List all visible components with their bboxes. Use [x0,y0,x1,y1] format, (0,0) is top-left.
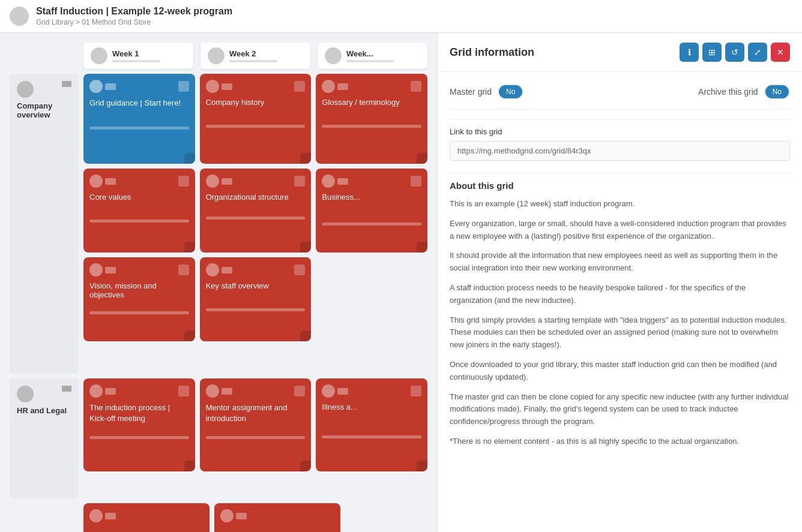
week1-label: Week 1 [112,49,160,58]
card-checkbox-illness [411,386,421,396]
card-flag-ip [105,388,116,395]
hr-avatar [17,386,34,402]
card-org-structure[interactable]: Organizational structure [200,169,312,253]
card-flag-7 [337,83,348,90]
card-checkbox-ip [178,386,189,396]
card-illness[interactable]: Illness a... [316,378,427,471]
card-induction-process[interactable]: The induction process | Kick-off meeting [83,378,195,471]
card-avatar-2 [89,175,103,188]
week3-header: Week... [318,43,427,69]
panel-header: Grid information ℹ ⊞ ↺ ⤢ ✕ [438,33,802,72]
company-overview-section: Company overview Grid guidance | Start h… [10,74,427,374]
about-para-1: Every organization, large or small, shou… [450,218,790,243]
card-bar-6 [206,308,306,311]
week1-avatar [91,47,107,64]
panel-body: Master grid No Archive this grid No Link [438,72,802,532]
about-para-7: *There is no element content - as this i… [450,435,790,448]
about-para-4: This grid simply provides a starting tem… [450,314,790,351]
card-grid-guidance[interactable]: Grid guidance | Start here! [83,74,195,164]
co-week1-cards: Grid guidance | Start here! Core values [83,74,195,374]
main-container: Week 1 Week 2 [0,33,802,532]
card-core-values[interactable]: Core values [83,169,195,253]
close-button[interactable]: ✕ [771,43,790,62]
page-title: Staff Induction | Example 12-week progra… [36,6,232,17]
hr-flag [62,386,71,392]
card-avatar-5 [206,175,219,188]
avatar [10,7,29,26]
hr-week2-cards: Mentor assignment and introduction [200,378,312,498]
week3-avatar [325,47,342,64]
card-checkbox-5 [294,176,305,187]
card-flag-mentor [222,388,232,395]
week2-header: Week 2 [200,43,310,69]
about-para-0: This is an example (12 week) staff induc… [450,198,790,211]
card-company-history[interactable]: Company history [200,74,312,164]
card-title-mentor: Mentor assignment and introduction [206,402,306,424]
card-checkbox-4 [294,81,305,92]
master-grid-toggle-on[interactable]: No [499,85,522,98]
company-overview-flag [62,81,71,87]
card-bar-1 [89,127,189,130]
week-headers-row: Week 1 Week 2 [10,43,427,69]
card-bar-illness [322,435,421,438]
card-avatar-7 [322,80,335,93]
expand-button[interactable]: ⤢ [748,43,767,62]
card-title-vision: Vision, mission and objectives [89,281,189,299]
card-avatar-ip [89,384,103,398]
card-key-staff[interactable]: Key staff overview [200,257,312,341]
card-title-core-values: Core values [89,193,189,202]
grid-area: Week 1 Week 2 [0,33,437,532]
card-avatar-4 [206,80,219,93]
card-vision[interactable]: Vision, mission and objectives [83,257,195,341]
master-grid-toggle[interactable]: No [498,84,523,100]
bottom-row [10,503,427,532]
card-avatar-mentor [206,384,219,398]
card-bottom-1[interactable] [83,503,210,532]
card-avatar-illness [322,384,335,398]
card-glossary[interactable]: Glossary / terminology [316,74,427,164]
refresh-button[interactable]: ↺ [725,43,744,62]
week1-header: Week 1 [83,43,193,69]
card-checkbox-7 [411,81,421,92]
about-para-3: A staff induction process needs to be he… [450,282,790,307]
card-checkbox-2 [178,176,189,187]
card-checkbox-8 [411,176,421,187]
archive-grid-group: Archive this grid No [698,84,790,100]
panel-title: Grid information [450,46,534,59]
card-bottom-2[interactable] [214,503,340,532]
archive-grid-toggle[interactable]: No [764,84,790,100]
hr-label-text: HR and Legal [17,406,71,415]
card-flag-8 [337,178,348,185]
grid-button[interactable]: ⊞ [702,43,722,62]
card-avatar-1 [89,80,103,93]
about-section: About this grid This is an example (12 w… [450,181,790,448]
card-title-org-structure: Organizational structure [206,193,306,202]
week2-bar [229,60,277,62]
archive-grid-label: Archive this grid [698,87,758,97]
co-week3-cards: Glossary / terminology Business... [316,74,427,374]
card-title-grid-guidance: Grid guidance | Start here! [89,98,189,109]
master-grid-group: Master grid No [450,84,523,100]
master-grid-label: Master grid [450,87,492,97]
info-button[interactable]: ℹ [680,43,699,62]
card-flag-3 [105,267,116,273]
card-corner-illness [417,461,427,471]
card-checkbox-6 [294,265,305,275]
hr-week3-cards: Illness a... [316,378,427,498]
card-business[interactable]: Business... [316,169,427,253]
hr-legal-label: HR and Legal [10,378,79,498]
archive-grid-toggle-on[interactable]: No [765,85,789,98]
about-para-2: It should provide all the information th… [450,250,790,275]
card-mentor[interactable]: Mentor assignment and introduction [200,378,312,471]
about-title: About this grid [450,181,790,191]
link-input[interactable] [450,141,790,161]
card-corner-2 [184,242,195,253]
card-corner-4 [300,153,311,164]
card-bar-ip [89,436,189,439]
card-flag-5 [222,178,232,185]
week3-bar [346,60,394,62]
card-checkbox-mentor [294,386,305,396]
card-bar-8 [322,223,421,226]
card-bar-4 [206,125,306,128]
card-flag-4 [222,83,232,90]
